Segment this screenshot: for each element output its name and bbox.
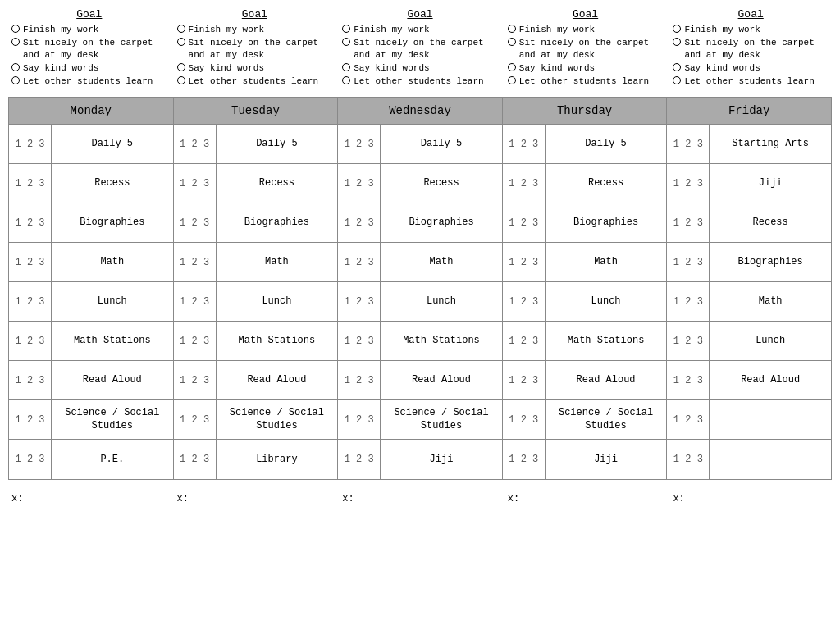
day-header-friday: Friday bbox=[667, 98, 831, 125]
goal-title: Goal bbox=[177, 8, 333, 21]
table-row: 1 2 3 Jiji bbox=[667, 164, 831, 203]
goal-circle bbox=[11, 25, 20, 33]
goal-item-4: Let other students learn bbox=[177, 75, 333, 87]
activity-cell: Read Aloud bbox=[546, 361, 667, 399]
table-row: 1 2 3 Read Aloud bbox=[503, 361, 667, 400]
signature-label: x: bbox=[673, 493, 684, 504]
activity-cell: Math Stations bbox=[217, 322, 338, 360]
signature-label: x: bbox=[11, 493, 23, 504]
table-row: 1 2 3 Daily 5 bbox=[503, 125, 667, 164]
table-row: 1 2 3 Biographies bbox=[338, 203, 502, 243]
day-col-friday: Friday 1 2 3 Starting Arts 1 2 3 Jiji 1 … bbox=[667, 98, 831, 479]
table-row: 1 2 3 Biographies bbox=[667, 243, 831, 282]
goal-item-4: Let other students learn bbox=[673, 75, 829, 87]
numbers-cell: 1 2 3 bbox=[174, 203, 217, 242]
signature-underline bbox=[26, 490, 167, 504]
goal-item-4: Let other students learn bbox=[508, 75, 664, 87]
goal-title: Goal bbox=[342, 8, 498, 21]
goal-title: Goal bbox=[11, 8, 167, 21]
numbers-cell: 1 2 3 bbox=[174, 400, 217, 439]
signature-underline bbox=[358, 490, 498, 504]
goal-circle bbox=[342, 63, 350, 71]
signature-col-thursday: x: bbox=[504, 490, 667, 504]
numbers-cell: 1 2 3 bbox=[174, 440, 217, 479]
goal-item-3: Say kind words bbox=[177, 62, 333, 74]
signature-label: x: bbox=[342, 493, 354, 504]
table-row: 1 2 3 Read Aloud bbox=[338, 361, 502, 400]
goal-col-monday: Goal Finish my work Sit nicely on the ca… bbox=[8, 8, 171, 89]
table-row: 1 2 3 bbox=[667, 440, 831, 479]
goal-circle bbox=[177, 25, 185, 33]
goal-circle bbox=[177, 63, 185, 71]
goal-item-1: Finish my work bbox=[11, 24, 167, 35]
goal-col-friday: Goal Finish my work Sit nicely on the ca… bbox=[669, 8, 832, 89]
day-header-monday: Monday bbox=[9, 98, 173, 125]
numbers-cell: 1 2 3 bbox=[503, 125, 546, 163]
activity-cell: Math Stations bbox=[52, 322, 173, 360]
goal-item-4: Let other students learn bbox=[342, 75, 498, 87]
goal-col-tuesday: Goal Finish my work Sit nicely on the ca… bbox=[174, 8, 336, 89]
numbers-cell: 1 2 3 bbox=[338, 125, 381, 163]
activity-cell: Biographies bbox=[52, 203, 173, 242]
signature-col-monday: x: bbox=[8, 490, 171, 504]
numbers-cell: 1 2 3 bbox=[667, 125, 710, 163]
numbers-cell: 1 2 3 bbox=[9, 400, 52, 439]
table-row: 1 2 3 Biographies bbox=[503, 203, 667, 243]
table-row: 1 2 3 Recess bbox=[338, 164, 502, 203]
activity-cell: Biographies bbox=[381, 203, 502, 242]
activity-cell: Read Aloud bbox=[381, 361, 502, 399]
numbers-cell: 1 2 3 bbox=[503, 243, 546, 281]
signature-label: x: bbox=[177, 493, 189, 504]
goal-circle bbox=[342, 25, 350, 33]
numbers-cell: 1 2 3 bbox=[9, 243, 52, 281]
goal-item-3: Say kind words bbox=[673, 62, 829, 74]
table-row: 1 2 3 Read Aloud bbox=[9, 361, 173, 400]
goal-circle bbox=[11, 63, 20, 71]
table-row: 1 2 3 Recess bbox=[9, 164, 173, 203]
goal-circle bbox=[11, 76, 20, 84]
activity-cell: Read Aloud bbox=[710, 361, 831, 399]
activity-cell: Lunch bbox=[710, 322, 831, 360]
activity-cell: Math bbox=[52, 243, 173, 281]
numbers-cell: 1 2 3 bbox=[667, 282, 710, 321]
table-row: 1 2 3 Math Stations bbox=[174, 322, 338, 361]
activity-cell: Science / Social Studies bbox=[546, 400, 667, 439]
activity-cell bbox=[710, 440, 831, 479]
activity-cell: P.E. bbox=[52, 440, 173, 479]
goal-circle bbox=[673, 76, 681, 84]
signature-line: x: bbox=[673, 490, 829, 504]
goal-circle bbox=[177, 38, 185, 46]
numbers-cell: 1 2 3 bbox=[667, 164, 710, 203]
day-col-tuesday: Tuesday 1 2 3 Daily 5 1 2 3 Recess 1 2 3… bbox=[174, 98, 339, 479]
activity-cell: Science / Social Studies bbox=[381, 400, 502, 439]
activity-cell: Lunch bbox=[546, 282, 667, 321]
goal-circle bbox=[11, 38, 20, 46]
activity-cell: Jiji bbox=[546, 440, 667, 479]
table-row: 1 2 3 Lunch bbox=[9, 282, 173, 322]
numbers-cell: 1 2 3 bbox=[9, 203, 52, 242]
activity-cell: Science / Social Studies bbox=[217, 400, 338, 439]
activity-cell: Daily 5 bbox=[52, 125, 173, 163]
table-row: 1 2 3 Jiji bbox=[338, 440, 502, 479]
table-row: 1 2 3 Daily 5 bbox=[174, 125, 338, 164]
day-header-thursday: Thursday bbox=[503, 98, 667, 125]
goal-circle bbox=[342, 38, 350, 46]
goals-section: Goal Finish my work Sit nicely on the ca… bbox=[8, 8, 832, 89]
numbers-cell: 1 2 3 bbox=[9, 440, 52, 479]
goal-circle bbox=[673, 63, 681, 71]
activity-cell: Starting Arts bbox=[710, 125, 831, 163]
signature-line: x: bbox=[508, 490, 664, 504]
numbers-cell: 1 2 3 bbox=[338, 243, 381, 281]
numbers-cell: 1 2 3 bbox=[667, 243, 710, 281]
activity-cell: Math bbox=[381, 243, 502, 281]
numbers-cell: 1 2 3 bbox=[174, 322, 217, 360]
table-row: 1 2 3 Biographies bbox=[9, 203, 173, 243]
numbers-cell: 1 2 3 bbox=[174, 125, 217, 163]
goal-item-2: Sit nicely on the carpet and at my desk bbox=[342, 37, 498, 61]
numbers-cell: 1 2 3 bbox=[338, 322, 381, 360]
table-row: 1 2 3 Math Stations bbox=[9, 322, 173, 361]
goal-circle bbox=[508, 38, 516, 46]
activity-cell: Lunch bbox=[52, 282, 173, 321]
activity-cell: Jiji bbox=[710, 164, 831, 203]
goal-item-2: Sit nicely on the carpet and at my desk bbox=[11, 37, 167, 61]
